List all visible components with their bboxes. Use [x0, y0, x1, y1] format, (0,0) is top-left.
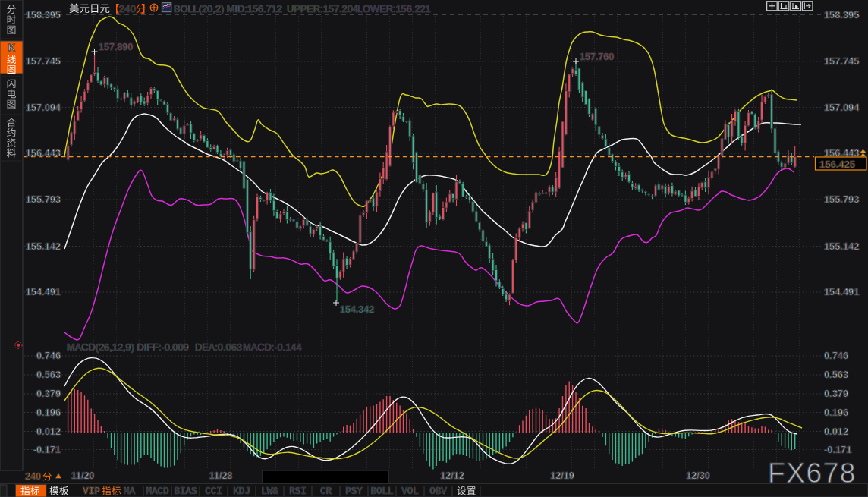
svg-text:0.196: 0.196 [824, 407, 848, 418]
svg-text:BIAS: BIAS [174, 486, 197, 497]
svg-text:BOLL: BOLL [370, 486, 393, 497]
svg-text:157.890: 157.890 [99, 42, 133, 52]
svg-text:158.395: 158.395 [824, 9, 859, 20]
svg-text:UPPER:157.204: UPPER:157.204 [287, 3, 358, 14]
svg-text:154.491: 154.491 [824, 286, 859, 297]
svg-text:0.746: 0.746 [824, 350, 848, 361]
svg-text:240: 240 [119, 3, 137, 14]
svg-text:VOL: VOL [401, 486, 419, 497]
svg-text:155.793: 155.793 [824, 193, 859, 205]
svg-text:157.760: 157.760 [580, 52, 614, 62]
svg-text:CCI: CCI [205, 486, 222, 497]
svg-text:LOWER:156.221: LOWER:156.221 [357, 3, 431, 14]
svg-text:VIP: VIP [83, 486, 100, 497]
svg-text:MACD:-0.144: MACD:-0.144 [243, 341, 302, 353]
svg-text:MACD: MACD [146, 486, 168, 497]
svg-text:PSY: PSY [345, 486, 363, 497]
svg-text:157.094: 157.094 [824, 102, 860, 113]
svg-text:LW&: LW& [261, 486, 278, 497]
svg-text:BOLL(20,2) MID:156.712: BOLL(20,2) MID:156.712 [174, 3, 282, 14]
svg-text:-0.171: -0.171 [33, 444, 61, 455]
svg-text:0.012: 0.012 [36, 426, 61, 437]
svg-text:155.142: 155.142 [824, 241, 859, 252]
svg-text:155.793: 155.793 [26, 193, 61, 205]
svg-text:-0.171: -0.171 [824, 444, 851, 455]
svg-text:156.443: 156.443 [26, 147, 61, 159]
svg-text:155.142: 155.142 [26, 241, 61, 252]
svg-text:157.745: 157.745 [26, 55, 61, 67]
svg-text:240: 240 [25, 471, 41, 482]
svg-text:OBV: OBV [429, 486, 447, 497]
svg-text:157.745: 157.745 [824, 55, 859, 67]
svg-text:DEA:0.063: DEA:0.063 [195, 341, 242, 353]
svg-text:157.094: 157.094 [26, 102, 61, 113]
svg-text:0.379: 0.379 [824, 388, 848, 399]
svg-text:RSI: RSI [289, 486, 307, 497]
svg-text:0.563: 0.563 [824, 369, 848, 380]
svg-text:KDJ: KDJ [233, 486, 250, 497]
svg-text:MACD(26,12,9) DIFF:-0.009: MACD(26,12,9) DIFF:-0.009 [67, 341, 189, 353]
svg-text:0.563: 0.563 [36, 369, 61, 380]
svg-text:0.379: 0.379 [36, 388, 61, 399]
svg-text:11/20: 11/20 [71, 470, 95, 481]
svg-text:MA: MA [124, 486, 136, 497]
svg-text:154.342: 154.342 [340, 304, 374, 315]
svg-text:158.395: 158.395 [26, 9, 61, 20]
svg-text:12/12: 12/12 [440, 470, 464, 481]
svg-text:154.491: 154.491 [26, 286, 61, 297]
svg-text:11/28: 11/28 [209, 470, 233, 481]
svg-text:0.012: 0.012 [824, 426, 848, 437]
svg-text:156.425: 156.425 [819, 159, 855, 170]
svg-text:12/19: 12/19 [550, 470, 574, 481]
svg-text:12/30: 12/30 [686, 470, 709, 481]
svg-text:CR: CR [320, 486, 332, 497]
svg-text:K: K [8, 42, 14, 53]
svg-text:0.746: 0.746 [36, 350, 61, 361]
svg-text:0.196: 0.196 [36, 407, 61, 418]
